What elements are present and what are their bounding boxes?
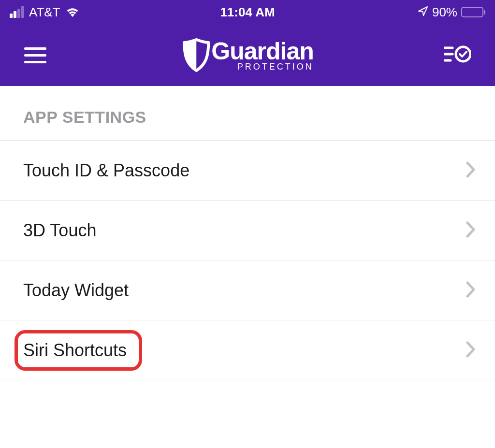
chevron-right-icon bbox=[466, 161, 476, 180]
settings-list: Touch ID & Passcode 3D Touch Today Widge… bbox=[0, 140, 495, 380]
battery-icon bbox=[461, 7, 485, 17]
settings-row-label: Siri Shortcuts bbox=[23, 340, 127, 361]
status-time: 11:04 AM bbox=[220, 5, 275, 20]
status-bar: AT&T 11:04 AM 90% bbox=[0, 0, 495, 24]
settings-row-touch-id-passcode[interactable]: Touch ID & Passcode bbox=[0, 141, 495, 201]
section-header: APP SETTINGS bbox=[0, 86, 495, 140]
settings-row-label: 3D Touch bbox=[23, 220, 96, 241]
chevron-right-icon bbox=[466, 221, 476, 240]
carrier-label: AT&T bbox=[29, 5, 60, 20]
settings-row-today-widget[interactable]: Today Widget bbox=[0, 260, 495, 320]
app-logo: Guardian PROTECTION bbox=[181, 38, 313, 72]
checklist-icon[interactable] bbox=[444, 44, 471, 66]
logo-title: Guardian bbox=[211, 39, 313, 63]
menu-icon[interactable] bbox=[24, 47, 46, 63]
settings-row-3d-touch[interactable]: 3D Touch bbox=[0, 201, 495, 260]
settings-row-siri-shortcuts[interactable]: Siri Shortcuts bbox=[0, 320, 495, 380]
status-right: 90% bbox=[418, 5, 485, 20]
chevron-right-icon bbox=[466, 281, 476, 300]
chevron-right-icon bbox=[466, 341, 476, 360]
status-left: AT&T bbox=[10, 5, 80, 20]
logo-subtitle: PROTECTION bbox=[211, 62, 313, 71]
settings-row-label: Today Widget bbox=[23, 280, 129, 301]
app-header: Guardian PROTECTION bbox=[0, 24, 495, 86]
shield-icon bbox=[181, 38, 211, 72]
cellular-signal-icon bbox=[10, 6, 24, 18]
battery-percent-label: 90% bbox=[432, 5, 457, 20]
location-icon bbox=[418, 5, 428, 20]
wifi-icon bbox=[65, 7, 80, 17]
settings-row-label: Touch ID & Passcode bbox=[23, 160, 189, 181]
